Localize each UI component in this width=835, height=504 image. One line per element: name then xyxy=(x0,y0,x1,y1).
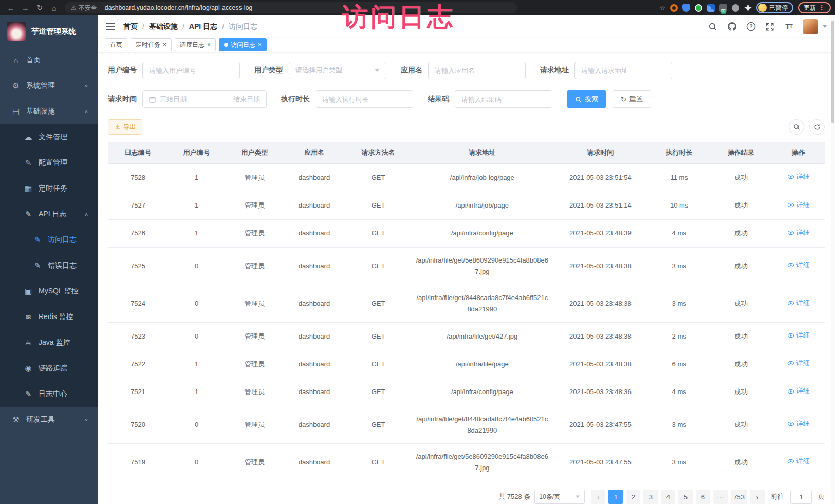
filter-duration: 执行时长 xyxy=(281,90,413,108)
sidebar-item-file[interactable]: ☁文件管理 xyxy=(0,124,98,150)
browser-menu-icon[interactable]: ⋮ xyxy=(819,4,825,11)
browser-home-icon[interactable]: ⌂ xyxy=(47,4,61,12)
sidebar-item-access-log[interactable]: ✎访问日志 xyxy=(0,227,98,253)
tab-首页[interactable]: 首页 xyxy=(105,38,127,51)
browser-reload-icon[interactable]: ↻ xyxy=(33,3,46,12)
user-avatar[interactable] xyxy=(803,19,818,34)
prev-page-button[interactable]: ‹ xyxy=(591,490,605,504)
bookmark-star-icon[interactable]: ☆ xyxy=(659,4,665,12)
tab-label: 首页 xyxy=(110,41,122,49)
calendar-icon xyxy=(149,96,156,103)
fullscreen-icon[interactable] xyxy=(765,22,775,32)
sidebar-item-label: API 日志 xyxy=(39,210,66,219)
breadcrumb-item[interactable]: 基础设施 xyxy=(149,22,178,31)
sidebar-item-log-center[interactable]: ✎日志中心 xyxy=(0,381,98,407)
tab-访问日志[interactable]: 访问日志× xyxy=(219,38,267,51)
font-size-icon[interactable]: TT xyxy=(784,22,794,32)
request-url-input[interactable] xyxy=(574,62,672,79)
browser-update-button[interactable]: 更新⋮ xyxy=(798,2,831,13)
breadcrumb-item[interactable]: 首页 xyxy=(123,22,138,31)
detail-link[interactable]: 详细 xyxy=(787,330,810,341)
sidebar-item-api-log[interactable]: ✎API 日志∧ xyxy=(0,201,98,227)
app-name-input[interactable] xyxy=(428,62,526,79)
cell: 管理员 xyxy=(225,323,284,350)
export-button[interactable]: 导出 xyxy=(108,119,142,135)
page-button-4[interactable]: 4 xyxy=(661,490,675,504)
app-logo[interactable]: 芋道管理系统 xyxy=(0,15,98,47)
sidebar-item-redis[interactable]: ≋Redis 监控 xyxy=(0,304,98,330)
sidebar-item-infra[interactable]: ▤基础设施∧ xyxy=(0,99,98,124)
extension-icon-dark[interactable]: 萌 xyxy=(719,4,727,12)
detail-link[interactable]: 详细 xyxy=(787,297,810,309)
extension-icon-green[interactable] xyxy=(695,4,702,12)
cell: 成功 xyxy=(710,219,772,247)
more-pages-button[interactable]: ··· xyxy=(713,490,728,504)
scrollbar[interactable] xyxy=(831,15,835,504)
page-button-1[interactable]: 1 xyxy=(608,490,623,504)
detail-link[interactable]: 详细 xyxy=(787,456,810,467)
caret-down-icon[interactable] xyxy=(823,25,827,28)
sidebar-item-label: Java 监控 xyxy=(39,338,70,347)
user-type-select[interactable]: 请选择用户类型 xyxy=(289,62,386,79)
scrollbar-thumb[interactable] xyxy=(831,21,834,123)
extension-icon-ring[interactable] xyxy=(670,4,678,12)
close-icon[interactable]: × xyxy=(258,42,262,48)
detail-label: 详细 xyxy=(796,358,810,369)
close-icon[interactable]: × xyxy=(207,42,211,48)
tab-定时任务[interactable]: 定时任务× xyxy=(131,38,172,51)
sidebar-item-config[interactable]: ✎配置管理 xyxy=(0,150,98,176)
page-button-3[interactable]: 3 xyxy=(643,490,658,504)
page-button-5[interactable]: 5 xyxy=(678,490,693,504)
detail-link[interactable]: 详细 xyxy=(787,259,810,271)
sidebar-item-java[interactable]: ☕Java 监控 xyxy=(0,330,98,356)
sidebar-item-error-log[interactable]: ✎错误日志 xyxy=(0,253,98,278)
page-button-6[interactable]: 6 xyxy=(696,490,710,504)
extension-icon-pinwheel[interactable] xyxy=(744,4,752,12)
refresh-table-icon[interactable] xyxy=(809,119,825,135)
search-button[interactable]: 搜索 xyxy=(567,90,606,108)
extension-icon-shield[interactable] xyxy=(682,4,690,12)
user-id-input[interactable] xyxy=(142,62,240,79)
page-size-select[interactable]: 10条/页 xyxy=(534,490,585,504)
result-code-input[interactable] xyxy=(455,90,552,108)
browser-back-icon[interactable]: ← xyxy=(4,4,17,12)
close-icon[interactable]: × xyxy=(163,42,166,48)
cell: 成功 xyxy=(710,164,772,192)
github-icon[interactable] xyxy=(727,22,737,32)
page-button-753[interactable]: 753 xyxy=(731,490,747,504)
detail-link[interactable]: 详细 xyxy=(787,227,810,238)
toggle-search-icon[interactable] xyxy=(789,119,804,135)
reset-button[interactable]: ↻ 重置 xyxy=(613,90,651,108)
sidebar-item-mysql[interactable]: ▣MySQL 监控 xyxy=(0,278,98,304)
sidebar-item-job[interactable]: ▦定时任务 xyxy=(0,176,98,201)
page-button-2[interactable]: 2 xyxy=(626,490,640,504)
hamburger-icon[interactable] xyxy=(106,23,115,30)
security-warning-icon[interactable]: ⚠ 不安全 xyxy=(71,4,97,12)
jump-page-input[interactable] xyxy=(790,490,812,504)
address-bar[interactable]: ⚠ 不安全 dashboard.yudao.iocoder.cn/infra/l… xyxy=(65,2,517,13)
browser-forward-icon[interactable]: → xyxy=(18,4,32,12)
detail-link[interactable]: 详细 xyxy=(787,171,810,182)
tab-调度日志[interactable]: 调度日志× xyxy=(175,38,216,51)
sidebar-item-dev-tool[interactable]: ⚒研发工具∨ xyxy=(0,407,98,433)
search-icon[interactable] xyxy=(708,22,718,32)
tab-label: 定时任务 xyxy=(136,41,160,49)
help-icon[interactable]: ? xyxy=(746,22,756,32)
cell: 管理员 xyxy=(225,443,284,481)
extension-icon-grid[interactable] xyxy=(707,4,715,12)
extension-icon-gray[interactable] xyxy=(732,4,739,12)
detail-link[interactable]: 详细 xyxy=(787,199,810,211)
sidebar-item-home[interactable]: ⌂首页 xyxy=(0,47,98,73)
sidebar-item-trace[interactable]: ◉链路追踪 xyxy=(0,356,98,381)
next-page-button[interactable]: › xyxy=(750,490,765,504)
cell-action: 详细 xyxy=(772,192,825,219)
duration-input[interactable] xyxy=(316,90,413,108)
detail-link[interactable]: 详细 xyxy=(787,385,810,397)
profile-paused-badge[interactable]: 已暂停 xyxy=(756,2,793,13)
cell: 成功 xyxy=(710,378,772,406)
sidebar-item-system[interactable]: ⚙系统管理∨ xyxy=(0,73,98,99)
breadcrumb-item[interactable]: API 日志 xyxy=(189,22,217,31)
detail-link[interactable]: 详细 xyxy=(787,358,810,369)
detail-link[interactable]: 详细 xyxy=(787,418,810,430)
date-range-picker[interactable]: 开始日期 - 结束日期 xyxy=(142,90,267,108)
